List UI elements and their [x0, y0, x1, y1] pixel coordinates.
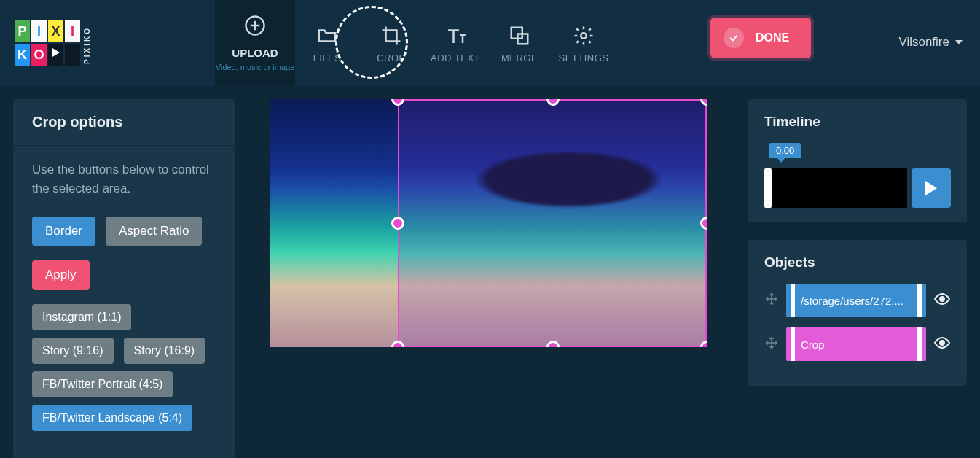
toolbar-crop-label: CROP: [377, 53, 406, 63]
chevron-down-icon: [955, 40, 963, 44]
upload-button[interactable]: UPLOAD Video, music or image: [215, 0, 295, 86]
toolbar-files[interactable]: FILES: [295, 0, 359, 86]
user-menu[interactable]: Vilsonfire: [898, 35, 963, 50]
upload-subtitle: Video, music or image: [216, 62, 295, 72]
object-chip-image[interactable]: /storage/users/272....: [786, 284, 926, 317]
object-label: Crop: [801, 338, 825, 351]
object-chip-crop[interactable]: Crop: [786, 327, 926, 361]
preset-fb-portrait[interactable]: FB/Twitter Portrait (4:5): [32, 371, 173, 397]
preset-instagram[interactable]: Instagram (1:1): [32, 304, 131, 330]
toolbar-addtext-label: ADD TEXT: [431, 53, 480, 63]
editor-canvas[interactable]: [270, 99, 707, 347]
timeline-panel: Timeline 0.00: [748, 99, 967, 222]
border-button[interactable]: Border: [32, 217, 95, 246]
objects-title: Objects: [764, 255, 951, 271]
visibility-toggle-icon[interactable]: [933, 334, 951, 354]
toolbar-merge-label: MERGE: [501, 53, 538, 63]
svg-point-7: [940, 341, 944, 345]
drag-handle-icon[interactable]: [764, 292, 779, 309]
timeline-title: Timeline: [764, 114, 951, 130]
text-icon: [443, 23, 468, 48]
preset-story-16-9[interactable]: Story (16:9): [124, 338, 205, 364]
check-icon: [724, 28, 744, 48]
done-button[interactable]: DONE: [710, 18, 811, 58]
crop-selection[interactable]: [398, 99, 707, 347]
app-header: PIXI KO PIXIKO UPLOAD Video, music or im…: [0, 0, 980, 86]
object-label: /storage/users/272....: [801, 295, 903, 307]
merge-icon: [507, 23, 532, 48]
main-toolbar: UPLOAD Video, music or image FILES CROP …: [215, 0, 616, 86]
toolbar-files-label: FILES: [313, 53, 342, 63]
play-button[interactable]: [912, 168, 951, 208]
preset-story-9-16[interactable]: Story (9:16): [32, 338, 114, 364]
aspect-ratio-button[interactable]: Aspect Ratio: [106, 217, 202, 246]
visibility-toggle-icon[interactable]: [933, 290, 951, 311]
gear-icon: [571, 23, 596, 48]
folder-icon: [315, 23, 340, 48]
svg-point-5: [581, 33, 587, 39]
toolbar-settings-label: SETTINGS: [558, 53, 608, 63]
panel-help-text: Use the buttons below to control the sel…: [32, 160, 216, 198]
toolbar-settings[interactable]: SETTINGS: [552, 0, 616, 86]
crop-handle-mid-left[interactable]: [391, 217, 404, 230]
right-column: Timeline 0.00 Objects /storage/users/272…: [748, 99, 967, 458]
svg-point-6: [940, 297, 944, 301]
toolbar-crop[interactable]: CROP: [359, 0, 423, 86]
crop-icon: [379, 23, 404, 48]
timeline-cursor[interactable]: [764, 168, 772, 208]
drag-handle-icon[interactable]: [764, 335, 779, 353]
canvas-area: [248, 99, 735, 458]
crop-options-panel: Crop options Use the buttons below to co…: [13, 99, 235, 458]
timeline-position-badge: 0.00: [769, 143, 801, 158]
object-row: /storage/users/272....: [764, 284, 951, 317]
preset-fb-landscape[interactable]: FB/Twitter Landscape (5:4): [32, 405, 192, 431]
object-row: Crop: [764, 327, 951, 361]
toolbar-addtext[interactable]: ADD TEXT: [423, 0, 487, 86]
toolbar-merge[interactable]: MERGE: [487, 0, 552, 86]
apply-button[interactable]: Apply: [32, 260, 90, 290]
upload-title: UPLOAD: [232, 47, 278, 59]
objects-panel: Objects /storage/users/272....: [748, 240, 967, 386]
brand-text: PIXIKO: [83, 26, 91, 64]
user-name: Vilsonfire: [898, 35, 949, 50]
timeline-clip[interactable]: [772, 168, 907, 208]
done-label: DONE: [756, 31, 789, 44]
brand-logo[interactable]: PIXI KO: [15, 20, 80, 66]
plus-circle-icon: [243, 13, 267, 38]
panel-title: Crop options: [13, 99, 235, 146]
main-area: Crop options Use the buttons below to co…: [0, 86, 980, 458]
timeline-track[interactable]: [764, 168, 951, 208]
